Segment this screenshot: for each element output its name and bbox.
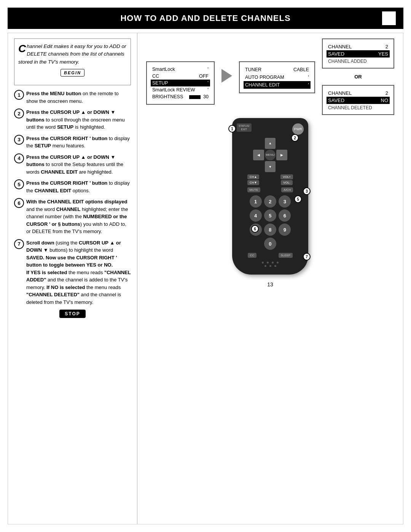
- setup-menu-box: TUNER CABLE AUTO PROGRAM ' CHANNEL EDIT …: [239, 61, 315, 93]
- step-number-4: 4: [14, 153, 24, 163]
- step-text-4: Press the CURSOR UP ▲ or DOWN ▼ buttons …: [26, 153, 131, 176]
- num-2-button[interactable]: 2: [264, 195, 276, 208]
- remote-dots-row2: [237, 265, 304, 267]
- dot: [264, 265, 266, 267]
- title-bar: HOW TO ADD AND DELETE CHANNELS: [8, 8, 403, 29]
- brightness-bar-val: 30: [189, 94, 209, 99]
- arrow-connector: [221, 69, 232, 83]
- stop-badge: STOP: [59, 310, 85, 318]
- dpad-center: MENU: [265, 150, 276, 161]
- callout-6: 6: [251, 225, 259, 233]
- ce-channel-label-del: CHANNEL: [328, 90, 352, 96]
- cc-value: OFF: [199, 73, 209, 79]
- step-4: 4 Press the CURSOR UP ▲ or DOWN ▼ button…: [14, 153, 131, 176]
- sm-row-auto-program: AUTO PROGRAM ': [245, 73, 309, 81]
- menu-row-smartlock-review: SmartLock REVIEW ': [152, 86, 209, 93]
- auto-program-tick: ': [308, 75, 309, 80]
- menu-row-cc: CC OFF: [152, 73, 209, 80]
- power-button[interactable]: PWR: [292, 123, 304, 135]
- num-empty-left: [249, 238, 262, 250]
- dot: [262, 262, 264, 264]
- step-5: 5 Press the CURSOR RIGHT ' button to dis…: [14, 179, 131, 194]
- num-1-button[interactable]: 1: [250, 195, 262, 208]
- brightness-value: 30: [203, 94, 209, 99]
- dot: [267, 262, 269, 264]
- channel-delete-box: CHANNEL 2 SAVED NO CHANNEL DELETED: [322, 85, 394, 115]
- dpad-left-button[interactable]: ◀: [253, 150, 264, 161]
- dot: [269, 265, 271, 267]
- sm-row-channel-edit: CHANNEL EDIT ': [244, 81, 311, 89]
- drop-cap: C: [18, 43, 26, 54]
- sm-row-tuner-cable: TUNER CABLE: [245, 66, 309, 73]
- setup-tick: ': [208, 80, 209, 86]
- ce-row-saved-del: SAVED NO: [327, 97, 390, 104]
- num-5-button[interactable]: 5: [264, 209, 276, 222]
- dpad-right-button[interactable]: ▶: [276, 150, 287, 161]
- step-text-1: Press the MENU button on the remote to s…: [26, 90, 131, 105]
- mute-button[interactable]: MUTE: [247, 187, 261, 192]
- main-content: C hannel Edit makes it easy for you to A…: [8, 33, 403, 524]
- menu-row-smartlock: SmartLock ': [152, 66, 209, 73]
- remote-wrapper: STATUS/EXIT PWR 1 2: [232, 118, 308, 275]
- step-text-3: Press the CURSOR RIGHT ' button to displ…: [26, 135, 131, 150]
- cc-label: CC: [152, 73, 159, 79]
- num-empty-right: [279, 238, 291, 250]
- page-container: HOW TO ADD AND DELETE CHANNELS C hannel …: [0, 0, 411, 532]
- corner-box: [382, 11, 396, 25]
- step-text-5: Press the CURSOR RIGHT ' button to displ…: [26, 179, 131, 194]
- vol-up-button[interactable]: VOL+: [280, 174, 293, 179]
- arrow-icon: [221, 69, 232, 83]
- sleep-button[interactable]: SLEEP: [279, 253, 293, 258]
- ce-saved-label-add: SAVED: [328, 51, 344, 57]
- page-number: 13: [267, 281, 273, 288]
- channel-edit-tick: ': [308, 82, 309, 88]
- dot: [274, 265, 276, 267]
- setup-label: SETUP: [152, 80, 168, 86]
- main-menu-box: SmartLock ' CC OFF SETUP ' SmartLock REV…: [146, 61, 215, 105]
- ach-button[interactable]: A/CH: [281, 187, 293, 192]
- ch-down-button[interactable]: CH▼: [247, 180, 259, 185]
- num-3-button[interactable]: 3: [279, 195, 291, 208]
- ce-saved-value-del: NO: [381, 97, 389, 103]
- page-title: HOW TO ADD AND DELETE CHANNELS: [29, 13, 382, 23]
- step-text-7: Scroll down (using the CURSOR UP ▲ or DO…: [26, 239, 131, 306]
- smartlock-review-tick: ': [208, 87, 209, 93]
- num-0-button[interactable]: 0: [264, 238, 276, 250]
- dpad-down-button[interactable]: ▼: [265, 161, 276, 172]
- ce-row-channel-add: CHANNEL 2: [328, 43, 388, 50]
- dot: [272, 262, 274, 264]
- remote-dots-row1: [237, 262, 304, 264]
- brightness-bar: [189, 95, 201, 99]
- tv-and-channel: SmartLock ' CC OFF SETUP ' SmartLock REV…: [141, 38, 399, 115]
- remote-area: STATUS/EXIT PWR 1 2: [141, 118, 399, 275]
- ce-saved-label-del: SAVED: [328, 97, 344, 103]
- step-7: 7 Scroll down (using the CURSOR UP ▲ or …: [14, 239, 131, 306]
- num-9-button[interactable]: 9: [279, 224, 291, 236]
- num-8-button[interactable]: 8: [264, 224, 276, 236]
- ch-up-button[interactable]: CH▲: [247, 174, 259, 179]
- smartlock-label: SmartLock: [152, 67, 175, 72]
- auto-program-label: AUTO PROGRAM: [245, 75, 284, 80]
- dpad-tr: [276, 138, 287, 149]
- menu-row-setup: SETUP ': [151, 80, 210, 86]
- intro-box: C hannel Edit makes it easy for you to A…: [14, 38, 131, 85]
- num-6-button[interactable]: 6: [279, 209, 291, 222]
- step-number-1: 1: [14, 90, 24, 100]
- cc-button[interactable]: CC: [248, 253, 257, 258]
- num-4-button[interactable]: 4: [250, 209, 262, 222]
- vol-down-button[interactable]: VOL-: [281, 180, 293, 185]
- intro-text: hannel Edit makes it easy for you to ADD…: [18, 43, 126, 65]
- remote-control: STATUS/EXIT PWR 1 2: [232, 118, 308, 275]
- dpad-tl: [253, 138, 264, 149]
- dpad-up-button[interactable]: ▲: [265, 138, 276, 149]
- ce-channel-label-add: CHANNEL: [328, 44, 352, 50]
- step-text-2: Press the CURSOR UP ▲ or DOWN ▼ buttons …: [26, 109, 131, 131]
- ce-status-add: CHANNEL ADDED: [328, 59, 388, 64]
- begin-label: BEGIN: [61, 69, 84, 77]
- stop-label-area: STOP: [14, 310, 131, 318]
- step-number-2: 2: [14, 109, 24, 118]
- ce-row-channel-del: CHANNEL 2: [328, 89, 388, 97]
- channel-add-box: CHANNEL 2 SAVED YES CHANNEL ADDED: [322, 38, 394, 69]
- smartlock-review-label: SmartLock REVIEW: [152, 87, 195, 93]
- status-exit-button[interactable]: STATUS/EXIT: [237, 123, 252, 132]
